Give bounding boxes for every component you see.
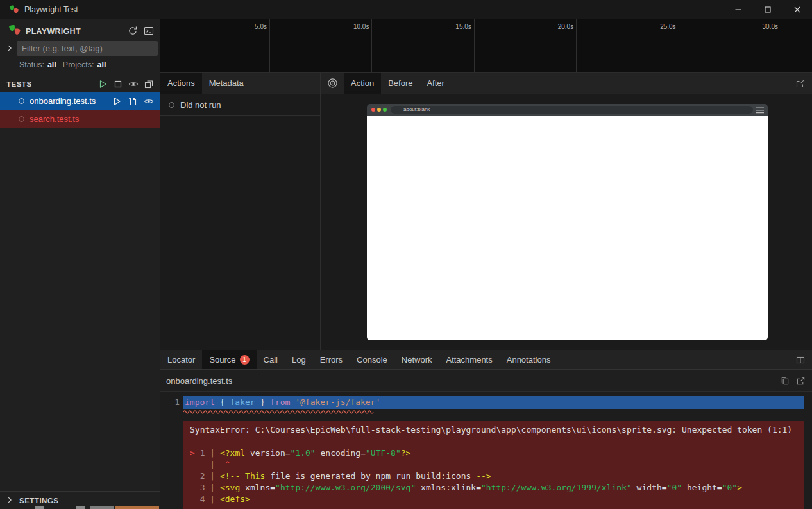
details-tab-source[interactable]: Source1 — [202, 350, 256, 369]
timeline-tick-label: 30.0s — [742, 23, 778, 30]
close-button[interactable] — [782, 0, 812, 19]
timeline-gridline — [371, 19, 372, 72]
code-token: --> — [476, 471, 491, 481]
tab-label: Call — [264, 355, 278, 365]
code-token: xmlns= — [240, 483, 275, 492]
test-status-circle-icon — [19, 98, 24, 104]
sidebar-header: PLAYWRIGHT — [0, 22, 160, 40]
playwright-logo-icon — [8, 24, 21, 37]
maximize-button[interactable] — [753, 0, 782, 19]
playwright-logo-icon — [9, 4, 19, 15]
code-token: from — [270, 397, 290, 407]
browser-menu-icon — [756, 107, 764, 114]
open-snapshot-external-icon[interactable] — [795, 78, 806, 89]
code-token: | — [190, 460, 225, 469]
tests-section-header: TESTS — [0, 76, 160, 92]
code-token: version= — [245, 448, 290, 458]
status-value[interactable]: all — [47, 60, 56, 69]
tab-label: Log — [292, 355, 306, 365]
details-tab-call[interactable]: Call — [257, 350, 285, 369]
code-token: <svg — [220, 483, 240, 492]
details-tab-network[interactable]: Network — [394, 350, 439, 369]
timeline-tick-label: 5.0s — [231, 23, 267, 30]
actions-tab-actions[interactable]: Actions — [160, 73, 202, 94]
code-token: 1 | — [200, 448, 220, 458]
watch-test-icon[interactable] — [144, 96, 154, 107]
tab-label: Actions — [167, 78, 195, 88]
code-token: encoding= — [316, 448, 366, 458]
tab-label: Source — [209, 355, 235, 365]
error-squiggle-underline — [183, 410, 375, 414]
run-test-icon[interactable] — [112, 96, 122, 107]
action-list-item[interactable]: Did not run — [160, 94, 320, 116]
code-token: '@faker-js/faker' — [295, 397, 380, 407]
terminal-icon[interactable] — [144, 26, 154, 36]
code-token: height= — [682, 483, 722, 492]
collapse-all-icon[interactable] — [144, 79, 154, 89]
action-status-text: Did not run — [180, 100, 221, 110]
test-file-row-search[interactable]: search.test.ts — [0, 110, 160, 128]
code-token: xmlns:xlink= — [416, 483, 481, 492]
timeline-gridline — [269, 19, 270, 72]
copy-icon[interactable] — [780, 376, 790, 386]
test-status-circle-icon — [19, 116, 24, 122]
close-traffic-light-icon — [371, 108, 375, 112]
details-tabbar: LocatorSource1CallLogErrorsConsoleNetwor… — [160, 350, 812, 370]
refresh-icon[interactable] — [128, 26, 138, 36]
code-token: <?xml — [220, 448, 245, 458]
stop-icon[interactable] — [113, 79, 123, 89]
source-file-bar: onboarding.test.ts — [160, 370, 812, 392]
open-source-external-icon[interactable] — [796, 376, 806, 386]
pick-locator-target-icon[interactable] — [327, 78, 338, 89]
snapshot-panel: ActionBeforeAfter about:blank — [321, 73, 812, 350]
filter-input[interactable] — [17, 41, 158, 56]
window-title: Playwright Test — [24, 5, 78, 14]
code-token: } — [255, 397, 270, 407]
timeline-gridline — [576, 19, 577, 72]
traffic-light-icons — [371, 108, 387, 112]
error-line: | ^ — [190, 459, 804, 470]
show-source-icon[interactable] — [128, 96, 138, 107]
line-number: 1 — [160, 396, 180, 409]
code-token: 2 | — [190, 471, 220, 481]
snapshot-tab-action[interactable]: Action — [344, 73, 381, 94]
source-file-name: onboarding.test.ts — [166, 376, 232, 386]
details-tab-attachments[interactable]: Attachments — [439, 350, 499, 369]
timeline-gridline — [679, 19, 679, 72]
code-token: faker — [230, 397, 255, 407]
clipped-settings-row — [90, 506, 114, 509]
trace-timeline[interactable]: 5.0s10.0s15.0s20.0s25.0s30.0s — [160, 19, 812, 73]
tab-label: Errors — [320, 355, 343, 365]
tests-title: TESTS — [6, 80, 32, 88]
timeline-tick-label: 10.0s — [333, 23, 369, 30]
code-token: import — [185, 397, 215, 407]
snapshot-tab-before[interactable]: Before — [381, 73, 419, 94]
snapshot-tabbar: ActionBeforeAfter — [321, 73, 812, 94]
watch-all-icon[interactable] — [128, 79, 139, 89]
details-tab-console[interactable]: Console — [350, 350, 394, 369]
clipped-settings-row — [115, 506, 159, 509]
test-file-name: onboarding.test.ts — [30, 92, 96, 110]
details-tab-locator[interactable]: Locator — [160, 350, 202, 369]
snapshot-tab-after[interactable]: After — [419, 73, 451, 94]
chevron-right-icon[interactable] — [5, 44, 14, 53]
snapshot-page-body[interactable] — [367, 116, 768, 340]
actions-panel: ActionsMetadata Did not run — [160, 73, 321, 350]
code-token: { — [215, 397, 230, 407]
test-file-row-onboarding[interactable]: onboarding.test.ts — [0, 92, 160, 110]
run-all-icon[interactable] — [97, 79, 108, 89]
details-tab-annotations[interactable]: Annotations — [500, 350, 558, 369]
code-token: "http://www.w3.org/2000/svg" — [275, 483, 416, 492]
details-tab-errors[interactable]: Errors — [313, 350, 350, 369]
code-token: "UTF-8" — [366, 448, 401, 458]
timeline-gridline — [781, 19, 781, 72]
projects-label: Projects: — [63, 60, 94, 69]
filter-row — [0, 40, 160, 57]
code-token: SyntaxError: C:\Courses\EpicWeb\full-sta… — [190, 425, 792, 435]
projects-value[interactable]: all — [97, 60, 106, 69]
titlebar: Playwright Test — [0, 0, 812, 19]
split-view-icon[interactable] — [795, 355, 806, 365]
minimize-button[interactable] — [723, 0, 753, 19]
actions-tab-metadata[interactable]: Metadata — [202, 73, 251, 94]
details-tab-log[interactable]: Log — [285, 350, 313, 369]
